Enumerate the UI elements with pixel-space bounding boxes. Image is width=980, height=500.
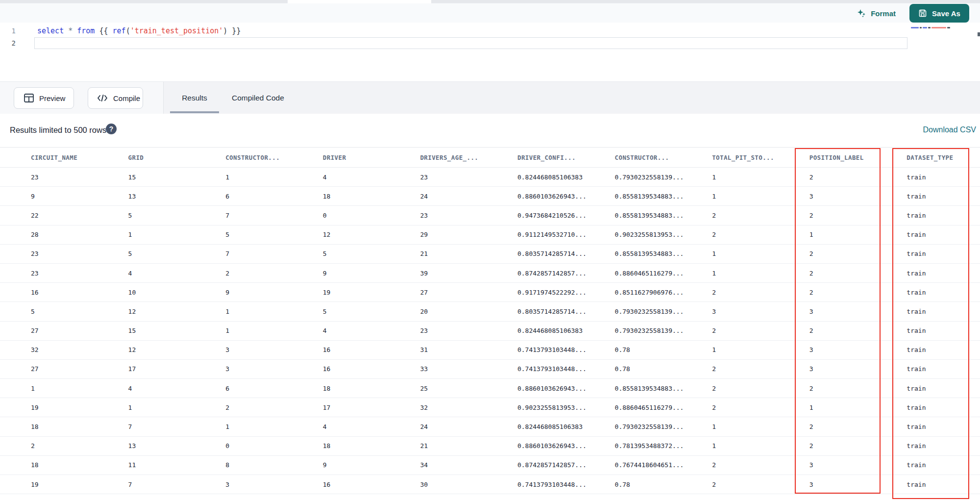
table-cell: 7 xyxy=(128,481,226,488)
table-cell: 2 xyxy=(809,174,907,181)
table-cell: 3 xyxy=(809,346,907,353)
table-cell: 0.8035714285714... xyxy=(517,250,615,257)
column-header: DRIVER_CONFI... xyxy=(517,154,615,161)
download-csv-link[interactable]: Download CSV xyxy=(923,125,977,134)
format-button-label: Format xyxy=(871,9,896,18)
table-cell: 0.78 xyxy=(615,365,712,373)
table-cell: 1 xyxy=(225,327,323,334)
table-cell: 0.9023255813953... xyxy=(517,404,615,411)
column-header: CONSTRUCTOR... xyxy=(225,154,323,161)
table-cell: 23 xyxy=(31,250,128,257)
table-cell: 1 xyxy=(809,231,907,238)
table-cell: 2 xyxy=(31,442,128,450)
table-cell: 19 xyxy=(323,289,420,296)
column-header: TOTAL_PIT_STO... xyxy=(712,154,809,161)
table-cell: 0.8860465116279... xyxy=(615,404,712,411)
table-cell: 1 xyxy=(31,385,128,392)
table-row: 213018210.8860103626943...0.781395348837… xyxy=(0,437,980,456)
table-cell: 0.7930232558139... xyxy=(615,327,712,334)
table-row: 231514230.8244680851063830.7930232558139… xyxy=(0,168,980,187)
table-cell: 17 xyxy=(323,404,420,411)
editor-minimap[interactable] xyxy=(910,25,975,79)
table-cell: 0.78 xyxy=(615,346,712,353)
table-cell: 2 xyxy=(809,442,907,450)
table-cell: 2 xyxy=(809,289,907,296)
table-cell: 16 xyxy=(31,289,128,296)
table-cell: 0.8860103626943... xyxy=(517,385,615,392)
table-cell: 0.78 xyxy=(615,481,712,488)
table-cell: 16 xyxy=(323,365,420,373)
table-cell: 10 xyxy=(128,289,226,296)
panel-divider xyxy=(163,82,164,114)
table-cell: 3 xyxy=(809,481,907,488)
preview-button[interactable]: Preview xyxy=(14,87,74,109)
table-header-row: CIRCUIT_NAMEGRIDCONSTRUCTOR...DRIVERDRIV… xyxy=(0,147,980,168)
table-cell: 7 xyxy=(128,423,226,430)
table-cell: 2 xyxy=(712,289,809,296)
table-cell: 13 xyxy=(128,442,226,450)
table-cell: 23 xyxy=(420,174,517,181)
sql-editor[interactable]: 1 2 select * from {{ ref('train_test_pos… xyxy=(0,23,980,81)
line-number-gutter: 1 2 xyxy=(0,23,22,50)
table-cell: 3 xyxy=(809,461,907,469)
table-cell: 2 xyxy=(809,212,907,219)
table-cell: 0.824468085106383 xyxy=(517,174,615,181)
table-cell: 24 xyxy=(420,193,517,200)
column-header: CONSTRUCTOR... xyxy=(615,154,712,161)
table-cell: 2 xyxy=(809,270,907,277)
table-cell: 16 xyxy=(323,346,420,353)
code-token: }} xyxy=(227,26,241,35)
table-cell: 0.7930232558139... xyxy=(615,423,712,430)
table-cell: 4 xyxy=(323,327,420,334)
table-cell: 29 xyxy=(420,231,517,238)
table-cell: 0.8511627906976... xyxy=(615,289,712,296)
table-cell: 0.824468085106383 xyxy=(517,423,615,430)
column-header: DRIVERS_AGE_... xyxy=(420,154,517,161)
code-token xyxy=(73,26,77,35)
table-row: 22570230.9473684210526...0.8558139534883… xyxy=(0,206,980,225)
table-cell: 0.8558139534883... xyxy=(615,212,712,219)
table-cell: 0.8035714285714... xyxy=(517,308,615,315)
table-cell: 9 xyxy=(31,193,128,200)
table-cell: 24 xyxy=(420,423,517,430)
table-cell: train xyxy=(906,289,980,296)
active-file-tab[interactable] xyxy=(288,0,431,3)
line-number-1: 1 xyxy=(0,25,22,37)
table-cell: 0.9112149532710... xyxy=(517,231,615,238)
table-cell: 0.7930232558139... xyxy=(615,308,712,315)
table-cell: 31 xyxy=(420,346,517,353)
table-cell: train xyxy=(906,481,980,488)
table-cell: train xyxy=(906,423,980,430)
table-cell: 1 xyxy=(712,270,809,277)
table-cell: train xyxy=(906,385,980,392)
code-token: from xyxy=(77,26,95,35)
table-cell: 5 xyxy=(128,212,226,219)
format-button[interactable]: Format xyxy=(857,5,896,21)
code-area: select * from {{ ref('train_test_positio… xyxy=(34,23,907,37)
code-token: select xyxy=(37,26,64,35)
table-cell: 32 xyxy=(31,346,128,353)
scrollbar-marker[interactable] xyxy=(978,32,980,36)
tab-compiled-code[interactable]: Compiled Code xyxy=(227,82,289,114)
help-icon[interactable]: ? xyxy=(106,124,117,134)
code-icon xyxy=(97,94,108,102)
table-cell: 5 xyxy=(128,250,226,257)
save-as-button[interactable]: Save As xyxy=(909,4,969,23)
table-row: 181189340.8742857142857...0.767441860465… xyxy=(0,456,980,475)
code-token: 'train_test_position' xyxy=(130,26,223,35)
table-cell: train xyxy=(906,308,980,315)
table-cell: 2 xyxy=(712,461,809,469)
table-cell: 4 xyxy=(128,385,226,392)
table-cell: 7 xyxy=(225,212,323,219)
column-header: GRID xyxy=(128,154,226,161)
table-cell: 0.7930232558139... xyxy=(615,174,712,181)
table-cell: 2 xyxy=(225,404,323,411)
save-as-button-label: Save As xyxy=(932,9,960,18)
table-cell: train xyxy=(906,461,980,469)
table-cell: train xyxy=(906,442,980,450)
table-cell: 21 xyxy=(420,442,517,450)
code-token: {{ xyxy=(95,26,112,35)
table-cell: 5 xyxy=(225,231,323,238)
tab-results[interactable]: Results xyxy=(170,82,219,114)
compile-button[interactable]: Compile xyxy=(88,87,143,109)
